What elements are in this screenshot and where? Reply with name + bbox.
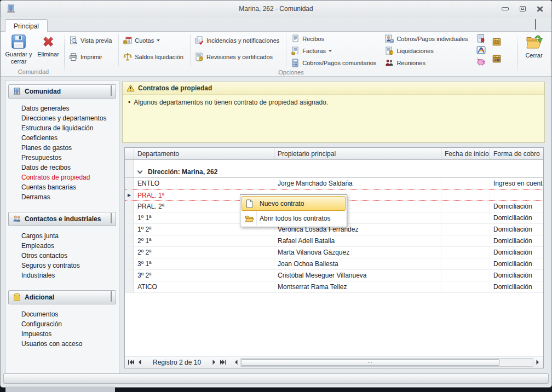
table-row[interactable]: ENTLOJorge Manchado SaldañaIngreso en cu… xyxy=(125,178,543,189)
table-row[interactable]: 2º 2ªMarta Vilanova GázquezDomiciliación xyxy=(125,247,543,258)
delete-icon xyxy=(40,33,56,50)
ribbon-group-opciones: Vista previa Imprimir xyxy=(66,32,516,76)
tax-agency-button[interactable] xyxy=(475,45,487,56)
incidencias-button[interactable]: Incidencias y notificaciones xyxy=(194,35,283,46)
sidebar-section-contactos[interactable]: Contactos e industriales xyxy=(8,212,116,226)
cash-register-alt-button[interactable] xyxy=(491,53,503,64)
sidebar-item-documentos[interactable]: Documentos xyxy=(5,309,119,319)
previous-record-button[interactable] xyxy=(135,358,144,367)
tab-principal[interactable]: Principal xyxy=(5,19,48,32)
cell-forma-cobro: Domiciliación xyxy=(490,270,543,281)
cuotas-button[interactable]: Cuotas xyxy=(122,35,187,46)
sidebar-item-coeficientes[interactable]: Coeficientes xyxy=(5,133,119,143)
menu-item-nuevo-contrato[interactable]: Nuevo contrato xyxy=(242,196,346,211)
sidebar-item-derramas[interactable]: Derramas xyxy=(5,192,119,202)
row-indicator xyxy=(125,201,134,212)
minimize-button[interactable] xyxy=(501,5,509,12)
piggy-bank-button[interactable] xyxy=(475,56,487,67)
sidebar-item-cargos-junta[interactable]: Cargos junta xyxy=(5,231,119,241)
first-record-button[interactable] xyxy=(127,358,135,367)
last-record-button[interactable] xyxy=(219,358,227,367)
sidebar-item-otros-contactos[interactable]: Otros contactos xyxy=(5,251,119,261)
save-and-close-button[interactable]: Guardar y cerrar xyxy=(4,32,33,65)
delete-button[interactable]: Eliminar xyxy=(33,32,63,58)
sidebar-item-contratos-de-propiedad[interactable]: Contratos de propiedad xyxy=(5,172,119,182)
facturas-button[interactable]: Facturas xyxy=(290,45,380,56)
warning-title: Contratos de propiedad xyxy=(138,84,212,92)
scroll-left-icon xyxy=(234,360,238,365)
cell-forma-cobro: Domiciliación xyxy=(490,258,543,269)
sidebar-item-planes-de-gastos[interactable]: Planes de gastos xyxy=(5,143,119,153)
table-row[interactable]: 3º 2ªCristóbal Meseguer VillanuevaDomici… xyxy=(125,270,543,281)
grid-group-row[interactable]: Dirección: Marina, 262 xyxy=(125,166,543,178)
liquidaciones-button[interactable]: € Liquidaciones xyxy=(384,45,471,56)
certificate-button[interactable] xyxy=(475,33,487,44)
meeting-people-icon xyxy=(385,59,394,67)
column-header-propietario[interactable]: Propietario principal xyxy=(274,148,441,159)
sidebar-item-usuarios-con-acceso[interactable]: Usuarios con acceso xyxy=(5,339,119,349)
scrollbar-track[interactable] xyxy=(240,358,533,367)
sidebar-item-seguros-y-contratos[interactable]: Seguros y contratos xyxy=(5,261,119,270)
last-record-icon xyxy=(220,360,226,365)
warning-message: Algunos departamentos no tienen contrato… xyxy=(134,99,328,106)
cash-register-button[interactable] xyxy=(491,36,503,47)
cell-forma-cobro: Domiciliación xyxy=(490,235,543,246)
sidebar-item-datos-de-recibos[interactable]: Datos de recibos xyxy=(5,163,119,172)
current-row-arrow-icon: ▶ xyxy=(128,193,131,198)
sidebar-section-comunidad[interactable]: Comunidad xyxy=(8,84,116,99)
saldos-liquidacion-button[interactable]: Saldos liquidación xyxy=(122,51,187,62)
minimize-icon xyxy=(502,7,509,10)
menu-item-abrir-todos[interactable]: Abrir todos los contratos xyxy=(242,211,346,226)
cobros-pagos-individuales-button[interactable]: Cobros/Pagos individuales xyxy=(384,33,471,44)
column-header-fecha-inicio[interactable]: Fecha de inicio xyxy=(441,148,490,159)
save-icon xyxy=(10,33,27,50)
cell-propietario: Cristóbal Meseguer Villanueva xyxy=(274,270,441,281)
ribbon-column-separator xyxy=(286,34,286,66)
warning-icon xyxy=(127,84,135,92)
sidebar-item-presupuestos[interactable]: Presupuestos xyxy=(5,153,119,163)
table-row[interactable]: 2º 1ªRafael Adell BatallaDomiciliación xyxy=(125,235,543,247)
sidebar-item-direcciones-y-departamentos[interactable]: Direcciones y departamentos xyxy=(5,113,119,123)
cell-propietario: Marta Vilanova Gázquez xyxy=(274,247,441,258)
column-header-forma-cobro[interactable]: Forma de cobro xyxy=(490,148,543,159)
close-window-button[interactable] xyxy=(536,5,544,12)
maximize-button[interactable] xyxy=(519,5,526,12)
chevron-down-icon xyxy=(137,169,143,174)
record-navigator: Registro 2 de 10 xyxy=(125,356,543,368)
next-record-button[interactable] xyxy=(210,358,219,367)
sidebar-section-adicional[interactable]: Adicional xyxy=(8,290,116,304)
grid-header-row: Departamento Propietario principal Fecha… xyxy=(125,148,543,160)
cell-fecha-inicio xyxy=(441,235,490,246)
close-button[interactable]: Cerrar xyxy=(519,32,549,59)
sidebar-item-empleados[interactable]: Empleados xyxy=(5,241,119,251)
table-row[interactable]: 3º 1ªJoan Ochoa BallestaDomiciliación xyxy=(125,258,543,270)
sidebar-item-cuentas-bancarias[interactable]: Cuentas bancarias xyxy=(5,182,119,192)
column-header-departamento[interactable]: Departamento xyxy=(134,148,274,159)
reuniones-button[interactable]: Reuniones xyxy=(384,57,471,68)
imprimir-button[interactable]: Imprimir xyxy=(68,51,115,62)
row-indicator xyxy=(125,258,134,269)
close-folder-icon xyxy=(525,33,543,51)
cell-departamento: ATICO xyxy=(134,281,274,292)
scroll-left-button[interactable] xyxy=(232,358,240,367)
cell-fecha-inicio xyxy=(441,258,490,269)
cell-departamento: ENTLO xyxy=(134,178,274,189)
row-indicator xyxy=(125,270,134,281)
cell-departamento: 3º 2ª xyxy=(134,270,274,281)
sidebar-item-impuestos[interactable]: Impuestos xyxy=(5,329,119,339)
vista-previa-button[interactable]: Vista previa xyxy=(68,35,115,46)
scroll-right-button[interactable] xyxy=(533,358,542,367)
cobros-pagos-comunitarios-button[interactable]: Cobros/Pagos comunitarios xyxy=(290,57,380,68)
sidebar-item-estructura-de-liquidación[interactable]: Estructura de liquidación xyxy=(5,123,119,133)
sidebar-item-industriales[interactable]: Industriales xyxy=(5,270,119,280)
row-indicator: ▶ xyxy=(125,190,134,200)
sidebar-item-datos-generales[interactable]: Datos generales xyxy=(5,103,119,113)
sidebar-item-configuración[interactable]: Configuración xyxy=(5,319,119,329)
invoice-icon xyxy=(291,47,300,55)
recibos-button[interactable]: Recibos xyxy=(290,33,380,44)
cell-forma-cobro xyxy=(490,190,543,200)
revisiones-button[interactable]: Revisiones y certificados xyxy=(194,51,283,62)
cell-fecha-inicio xyxy=(441,247,490,258)
scrollbar-thumb[interactable] xyxy=(241,359,499,366)
table-row[interactable]: ATICOMontserrat Rama TellezDomiciliación xyxy=(125,281,543,293)
